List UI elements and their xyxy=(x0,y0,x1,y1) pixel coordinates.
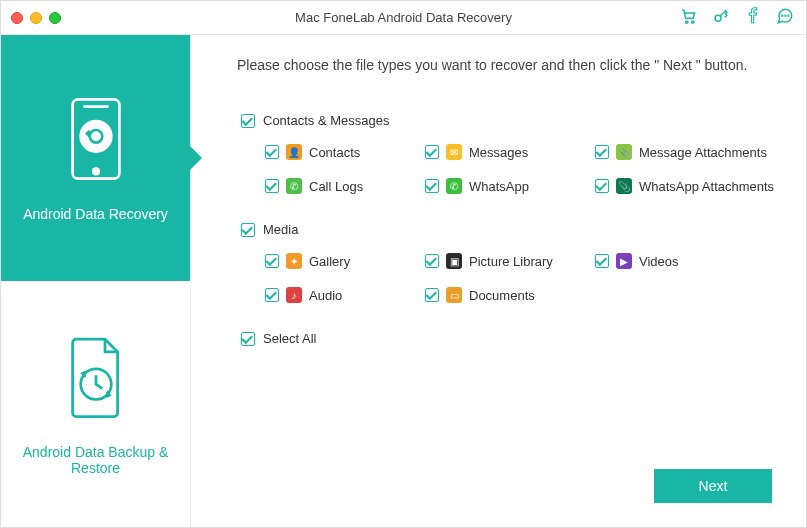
checkbox-videos[interactable] xyxy=(595,254,609,268)
checkbox-piclib[interactable] xyxy=(425,254,439,268)
facebook-icon[interactable] xyxy=(744,7,762,29)
item-label: WhatsApp Attachments xyxy=(639,179,774,194)
item-label: Message Attachments xyxy=(639,145,767,160)
content-area: Android Data Recovery Android Data Backu… xyxy=(1,35,806,527)
videos-icon: ▶ xyxy=(616,253,632,269)
cart-icon[interactable] xyxy=(680,7,698,29)
instruction-text: Please choose the file types you want to… xyxy=(231,57,776,73)
group-label: Media xyxy=(263,222,298,237)
item-picture-library: ▣ Picture Library xyxy=(425,253,595,269)
item-documents: ▭ Documents xyxy=(425,287,595,303)
group-header: Media xyxy=(241,222,776,237)
sidebar: Android Data Recovery Android Data Backu… xyxy=(1,35,191,527)
item-label: Call Logs xyxy=(309,179,363,194)
group-items: ✦ Gallery ▣ Picture Library ▶ Videos xyxy=(265,253,776,303)
item-videos: ▶ Videos xyxy=(595,253,795,269)
checkbox-wa-attach[interactable] xyxy=(595,179,609,193)
item-label: Contacts xyxy=(309,145,360,160)
checkbox-calllogs[interactable] xyxy=(265,179,279,193)
checkbox-select-all[interactable] xyxy=(241,332,255,346)
minimize-window-button[interactable] xyxy=(30,12,42,24)
whatsapp-icon: ✆ xyxy=(446,178,462,194)
item-label: Messages xyxy=(469,145,528,160)
titlebar: Mac FoneLab Android Data Recovery xyxy=(1,1,806,35)
svg-point-0 xyxy=(686,20,688,22)
wa-attach-icon: 📎 xyxy=(616,178,632,194)
msg-attach-icon: 📎 xyxy=(616,144,632,160)
sidebar-item-backup[interactable]: Android Data Backup & Restore xyxy=(1,281,190,527)
documents-icon: ▭ xyxy=(446,287,462,303)
item-whatsapp-attachments: 📎 WhatsApp Attachments xyxy=(595,178,795,194)
svg-point-4 xyxy=(785,15,786,16)
file-backup-icon xyxy=(57,332,135,426)
svg-point-5 xyxy=(788,15,789,16)
item-message-attachments: 📎 Message Attachments xyxy=(595,144,795,160)
checkbox-whatsapp[interactable] xyxy=(425,179,439,193)
zoom-window-button[interactable] xyxy=(49,12,61,24)
group-contacts-messages: Contacts & Messages 👤 Contacts ✉ Message… xyxy=(241,113,776,194)
calllogs-icon: ✆ xyxy=(286,178,302,194)
group-label: Contacts & Messages xyxy=(263,113,389,128)
item-label: Gallery xyxy=(309,254,350,269)
select-all-row: Select All xyxy=(241,331,776,346)
header-icons xyxy=(680,7,794,29)
contacts-icon: 👤 xyxy=(286,144,302,160)
sidebar-item-label: Android Data Backup & Restore xyxy=(11,444,180,476)
window-controls xyxy=(11,12,61,24)
sidebar-item-recovery[interactable]: Android Data Recovery xyxy=(1,35,190,281)
sidebar-item-label: Android Data Recovery xyxy=(23,206,168,222)
key-icon[interactable] xyxy=(712,7,730,29)
checkbox-contacts[interactable] xyxy=(265,145,279,159)
checkbox-gallery[interactable] xyxy=(265,254,279,268)
select-all-label: Select All xyxy=(263,331,316,346)
piclib-icon: ▣ xyxy=(446,253,462,269)
phone-recovery-icon xyxy=(57,94,135,188)
svg-point-2 xyxy=(715,15,721,21)
item-gallery: ✦ Gallery xyxy=(265,253,425,269)
svg-point-1 xyxy=(692,20,694,22)
item-label: Documents xyxy=(469,288,535,303)
group-items: 👤 Contacts ✉ Messages 📎 Message Attachme… xyxy=(265,144,776,194)
item-messages: ✉ Messages xyxy=(425,144,595,160)
group-header: Contacts & Messages xyxy=(241,113,776,128)
item-label: Audio xyxy=(309,288,342,303)
svg-point-3 xyxy=(782,15,783,16)
checkbox-messages[interactable] xyxy=(425,145,439,159)
svg-point-8 xyxy=(93,169,98,174)
item-contacts: 👤 Contacts xyxy=(265,144,425,160)
next-button[interactable]: Next xyxy=(654,469,772,503)
checkbox-audio[interactable] xyxy=(265,288,279,302)
item-audio: ♪ Audio xyxy=(265,287,425,303)
audio-icon: ♪ xyxy=(286,287,302,303)
item-label: Videos xyxy=(639,254,679,269)
checkbox-group-media[interactable] xyxy=(241,223,255,237)
checkbox-group-contacts[interactable] xyxy=(241,114,255,128)
item-call-logs: ✆ Call Logs xyxy=(265,178,425,194)
item-whatsapp: ✆ WhatsApp xyxy=(425,178,595,194)
item-label: WhatsApp xyxy=(469,179,529,194)
chat-icon[interactable] xyxy=(776,7,794,29)
gallery-icon: ✦ xyxy=(286,253,302,269)
checkbox-msg-attach[interactable] xyxy=(595,145,609,159)
item-label: Picture Library xyxy=(469,254,553,269)
close-window-button[interactable] xyxy=(11,12,23,24)
main-panel: Please choose the file types you want to… xyxy=(191,35,806,527)
checkbox-documents[interactable] xyxy=(425,288,439,302)
group-media: Media ✦ Gallery ▣ Picture Library xyxy=(241,222,776,303)
svg-point-9 xyxy=(80,121,111,152)
app-title: Mac FoneLab Android Data Recovery xyxy=(295,10,512,25)
messages-icon: ✉ xyxy=(446,144,462,160)
app-window: Mac FoneLab Android Data Recovery xyxy=(0,0,807,528)
